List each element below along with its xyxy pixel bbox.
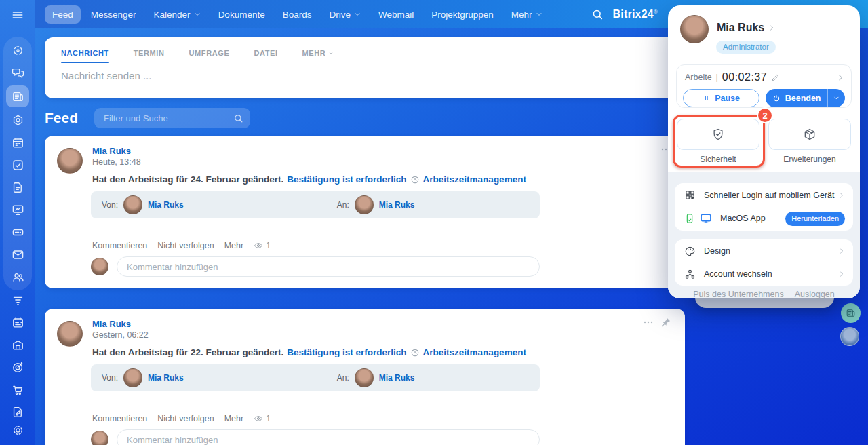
nav-label: Feed (52, 9, 73, 20)
nav-item-mehr[interactable]: Mehr (504, 5, 550, 24)
nav-item-messenger[interactable]: Messenger (83, 5, 144, 24)
avatar[interactable] (57, 321, 83, 347)
tab-nachricht[interactable]: NACHRICHT (61, 49, 109, 63)
nav-item-projektgruppen[interactable]: Projektgruppen (424, 5, 501, 24)
an-user-link[interactable]: Mia Ruks (379, 200, 415, 210)
avatar[interactable] (123, 368, 142, 387)
sidebar-item-tasks[interactable] (6, 155, 29, 174)
an-label: An: (337, 373, 349, 383)
von-user-link[interactable]: Mia Ruks (148, 200, 184, 210)
von-user-link[interactable]: Mia Ruks (148, 373, 184, 383)
chevron-right-icon[interactable] (837, 74, 844, 81)
tab-mehr[interactable]: MEHR (302, 49, 334, 63)
sidebar-item-planner[interactable] (6, 313, 29, 332)
an-label: An: (337, 200, 349, 210)
profile-avatar[interactable] (680, 15, 709, 43)
support-avatar-button[interactable] (840, 327, 859, 346)
end-dropdown-toggle[interactable] (827, 89, 845, 107)
message-input[interactable] (61, 70, 658, 81)
tab-umfrage[interactable]: UMFRAGE (189, 49, 230, 63)
unfollow-action[interactable]: Nicht verfolgen (157, 241, 214, 250)
nav-item-feed[interactable]: Feed (45, 5, 81, 24)
sidebar-item-copilot[interactable] (6, 41, 29, 60)
confirmation-required-link[interactable]: Bestätigung ist erforderlich (287, 347, 406, 357)
an-user-link[interactable]: Mia Ruks (379, 373, 415, 383)
comment-action[interactable]: Kommentieren (92, 241, 147, 250)
sidebar-item-documents[interactable] (6, 178, 29, 197)
macos-app-row[interactable]: MacOS App Herunterladen (675, 207, 853, 230)
nav-label: Kalender (154, 9, 191, 20)
avatar[interactable] (123, 195, 142, 214)
profile-name-link[interactable]: Mia Ruks (717, 22, 775, 34)
sidebar-item-messenger[interactable] (6, 63, 29, 82)
post-actions: Kommentieren Nicht verfolgen Mehr 1 (92, 241, 271, 250)
comment-input[interactable] (117, 429, 540, 445)
edit-pencil-icon[interactable] (771, 73, 780, 82)
sidebar-item-sign[interactable] (6, 402, 29, 421)
download-button[interactable]: Herunterladen (785, 212, 845, 226)
unfollow-action[interactable]: Nicht verfolgen (157, 414, 214, 423)
search-icon[interactable] (591, 8, 604, 20)
security-tile[interactable] (677, 119, 760, 150)
post-more-menu-icon[interactable] (643, 317, 654, 328)
feed-widget-button[interactable] (841, 303, 861, 323)
comment-input[interactable] (117, 256, 540, 277)
tab-termin[interactable]: TERMIN (134, 49, 165, 63)
nav-item-kalender[interactable]: Kalender (146, 5, 208, 24)
post-author-link[interactable]: Mia Ruks (92, 319, 131, 329)
post-author-link[interactable]: Mia Ruks (92, 146, 131, 156)
switch-account-row[interactable]: Account wechseln (675, 263, 853, 286)
feed-icon (846, 308, 856, 318)
post-actions: Kommentieren Nicht verfolgen Mehr 1 (92, 414, 271, 423)
feed-filter[interactable] (94, 108, 250, 128)
nav-item-boards[interactable]: Boards (275, 5, 319, 24)
more-action[interactable]: Mehr (224, 414, 243, 423)
more-action[interactable]: Mehr (224, 241, 243, 250)
avatar[interactable] (355, 368, 374, 387)
sidebar-item-sales[interactable] (6, 290, 29, 309)
worktime-status-row[interactable]: Arbeite | 00:02:37 (677, 65, 851, 83)
left-sidebar (0, 0, 35, 445)
sidebar-item-marketing[interactable] (6, 357, 29, 376)
comment-action[interactable]: Kommentieren (92, 414, 147, 423)
extensions-tile[interactable] (768, 119, 851, 150)
sidebar-item-crm[interactable] (6, 111, 29, 130)
tutorial-step-badge: 2 (757, 107, 773, 123)
pause-button[interactable]: Pause (683, 89, 760, 107)
sidebar-item-hr[interactable] (6, 267, 29, 286)
design-row[interactable]: Design (675, 239, 853, 263)
hr-icon (12, 271, 24, 284)
sidebar-item-shop[interactable] (6, 380, 29, 399)
logout-link[interactable]: Ausloggen (795, 290, 835, 299)
sidebar-item-webmail[interactable] (6, 245, 29, 264)
drive-icon (12, 226, 24, 239)
views-counter: 1 (254, 241, 271, 250)
end-workday-button[interactable]: Beenden (766, 89, 845, 107)
nav-item-dokumente[interactable]: Dokumente (211, 5, 273, 24)
sidebar-item-feed[interactable] (6, 85, 29, 107)
worktime-management-link[interactable]: Arbeitszeitmanagement (423, 174, 526, 185)
filter-search-input[interactable] (104, 113, 233, 123)
sidebar-item-warehouse[interactable] (6, 335, 29, 354)
quick-login-row[interactable]: Schneller Login auf mobilem Gerät (675, 183, 853, 207)
hamburger-icon[interactable] (9, 8, 26, 22)
avatar[interactable] (57, 148, 83, 174)
pin-icon[interactable] (660, 317, 671, 328)
tab-datei[interactable]: DATEI (254, 49, 277, 63)
company-pulse-link[interactable]: Puls des Unternehmens (693, 290, 783, 299)
confirmation-required-link[interactable]: Bestätigung ist erforderlich (287, 174, 406, 185)
palette-icon (684, 246, 696, 257)
sidebar-item-drive[interactable] (6, 222, 29, 241)
sidebar-item-boards[interactable] (6, 200, 29, 219)
bitrix24-app: Feed Messenger Kalender Dokumente Boards… (0, 0, 868, 445)
von-block: Von: Mia Ruks (102, 368, 184, 387)
nav-item-webmail[interactable]: Webmail (371, 5, 421, 24)
sidebar-item-settings[interactable] (6, 421, 29, 440)
sidebar-item-calendar[interactable] (6, 133, 29, 152)
avatar (91, 431, 108, 445)
avatar[interactable] (355, 195, 374, 214)
nav-item-drive[interactable]: Drive (321, 5, 368, 24)
bitrix24-logo[interactable]: Bitrix24® (613, 8, 658, 20)
chevron-right-icon (838, 248, 845, 254)
worktime-management-link[interactable]: Arbeitszeitmanagement (423, 347, 526, 357)
